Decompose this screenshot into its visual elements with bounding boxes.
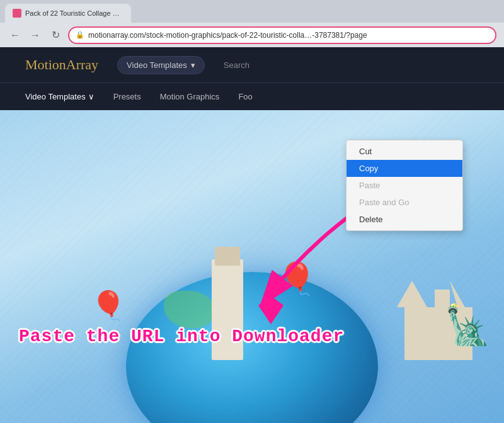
tab-favicon [13,9,21,18]
subnav-label-2: Presets [113,92,141,101]
reload-button[interactable]: ↻ [48,28,63,43]
balloon2-element: 🎈 [91,289,126,322]
forward-button[interactable]: → [28,28,43,43]
site-navbar: MotionArray Video Templates ▾ Search [0,47,504,82]
subnav-video-templates[interactable]: Video Templates ∨ [25,92,94,101]
context-menu-cut[interactable]: Cut [346,143,462,160]
video-templates-nav[interactable]: Video Templates ▾ [117,56,205,74]
back-button[interactable]: ← [8,28,23,43]
subnav-label-3: Motion Graphics [160,92,220,101]
context-menu-delete[interactable]: Delete [346,211,462,228]
nav-item1-chevron: ▾ [191,60,195,70]
context-menu-copy[interactable]: Copy [346,160,462,177]
subnav-motion-graphics[interactable]: Motion Graphics [160,92,220,101]
logo-motion: Motion [25,57,66,72]
tab-title: Pack of 22 Touristic Collage Elements on… [25,9,120,17]
nav-item1-label: Video Templates [127,60,187,70]
subnav-foo[interactable]: Foo [238,92,252,101]
context-menu-paste-and-go: Paste and Go [346,194,462,211]
subnav-label-4: Foo [238,92,252,101]
site-subnav: Video Templates ∨ Presets Motion Graphic… [0,82,504,110]
balloon1-element: 🎈 [277,261,316,297]
subnav-label-1: Video Templates [25,92,86,101]
subnav-chevron-1: ∨ [88,92,94,101]
search-nav[interactable]: Search [217,57,256,74]
address-bar-row: ← → ↻ 🔒 motionarray.com/stock-motion-gra… [0,23,504,47]
logo-array: Array [66,57,98,72]
search-label: Search [224,60,249,70]
annotation-line1: Paste the URL into Downloader [19,327,344,346]
lock-icon: 🔒 [76,31,84,39]
context-menu: Cut Copy Paste Paste and Go Delete [346,140,463,231]
main-content: ✈️ 🎈 🎈 🗽 Paste the URL into Downloader C… [0,110,504,423]
globe-element [126,272,378,423]
subnav-presets[interactable]: Presets [113,92,141,101]
address-bar[interactable]: 🔒 motionarray.com/stock-motion-graphics/… [68,26,496,44]
liberty-element: 🗽 [444,303,491,347]
annotation-text: Paste the URL into Downloader [19,326,344,347]
browser-tab[interactable]: Pack of 22 Touristic Collage Elements on… [5,4,131,23]
browser-chrome: Pack of 22 Touristic Collage Elements on… [0,0,504,47]
site-logo: MotionArray [25,57,98,73]
tab-bar: Pack of 22 Touristic Collage Elements on… [0,0,504,23]
url-text: motionarray.com/stock-motion-graphics/pa… [88,31,367,40]
context-menu-paste: Paste [346,177,462,194]
